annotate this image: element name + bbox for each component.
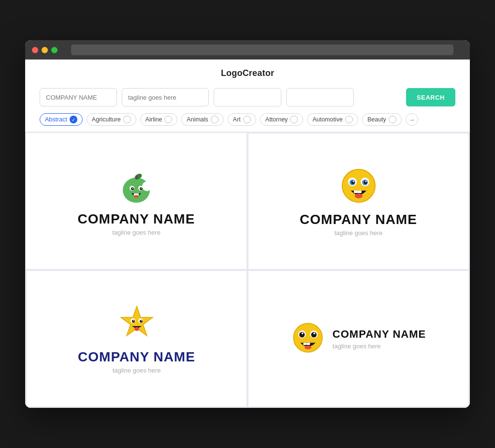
svg-point-22 — [365, 180, 366, 182]
logo-2-tagline: tagline goes here — [335, 229, 383, 237]
logo-4-text-group: COMPANY NAME tagline goes here — [333, 328, 426, 350]
logo-3-company-name: COMPANY NAME — [78, 349, 195, 365]
svg-point-25 — [355, 194, 363, 198]
svg-rect-23 — [354, 191, 358, 193]
svg-marker-26 — [121, 306, 153, 336]
filter-airline-check — [164, 116, 172, 123]
svg-rect-3 — [136, 176, 137, 179]
filter-attorney[interactable]: Attorney — [260, 113, 304, 126]
emoji-face-icon — [339, 166, 378, 205]
extra-input-1[interactable] — [214, 88, 281, 106]
tagline-input[interactable] — [122, 88, 209, 106]
filter-agriculture-label: Agriculture — [92, 116, 121, 123]
logo-card-2[interactable]: COMPANY NAME tagline goes here — [248, 134, 468, 269]
svg-point-7 — [140, 187, 143, 190]
filter-attorney-label: Attorney — [265, 116, 288, 123]
filter-next-arrow[interactable]: → — [406, 113, 418, 126]
filter-agriculture-check — [123, 116, 131, 123]
star-logo-icon — [117, 304, 156, 343]
svg-point-40 — [302, 333, 304, 335]
svg-point-41 — [313, 333, 315, 335]
filter-beauty[interactable]: Beauty — [362, 113, 402, 126]
minimize-button[interactable] — [42, 47, 48, 53]
svg-point-21 — [352, 180, 354, 182]
url-bar — [71, 45, 453, 55]
filter-beauty-check — [389, 116, 396, 123]
logo-1-tagline: tagline goes here — [112, 229, 160, 236]
logo-1-company-name: COMPANY NAME — [78, 211, 195, 227]
fullscreen-button[interactable] — [51, 47, 58, 53]
filter-airline-label: Airline — [146, 116, 162, 123]
traffic-lights — [32, 47, 58, 53]
svg-rect-24 — [358, 191, 362, 193]
filter-automotive-label: Automotive — [312, 116, 343, 123]
search-bar: SEARCH — [25, 83, 470, 113]
svg-point-8 — [132, 188, 133, 189]
filter-animals-check — [211, 116, 218, 123]
logo-3-tagline: tagline goes here — [113, 367, 161, 374]
filter-automotive-check — [345, 116, 353, 123]
svg-point-44 — [305, 345, 311, 349]
filter-abstract-check: ✓ — [70, 116, 77, 123]
svg-point-32 — [141, 320, 142, 321]
filter-attorney-check — [290, 116, 298, 123]
logo-4-company-name: COMPANY NAME — [333, 328, 426, 341]
svg-point-30 — [140, 320, 143, 323]
logo-card-1[interactable]: COMPANY NAME tagline goes here — [26, 133, 247, 269]
svg-point-29 — [132, 320, 135, 323]
title-bar — [25, 40, 470, 60]
filter-beauty-label: Beauty — [367, 116, 386, 123]
filter-airline[interactable]: Airline — [140, 113, 178, 126]
filter-agriculture[interactable]: Agriculture — [87, 113, 136, 126]
logo-4-tagline: tagline goes here — [333, 343, 426, 350]
extra-input-2[interactable] — [286, 88, 354, 106]
company-name-input[interactable] — [40, 88, 117, 106]
filter-art-check — [243, 116, 251, 123]
app-title: LogoCreator — [25, 60, 470, 83]
svg-rect-43 — [306, 343, 310, 345]
logo-card-4[interactable]: COMPANY NAME tagline goes here — [248, 271, 468, 406]
apple-logo-icon — [117, 166, 156, 205]
filter-animals-label: Animals — [187, 116, 208, 123]
filter-automotive[interactable]: Automotive — [307, 113, 358, 126]
search-button[interactable]: SEARCH — [406, 88, 455, 106]
svg-point-33 — [134, 327, 139, 331]
grid-inner: COMPANY NAME tagline goes here — [26, 133, 469, 407]
logo-grid: COMPANY NAME tagline goes here — [25, 132, 470, 408]
filter-art-label: Art — [233, 116, 241, 123]
svg-rect-42 — [303, 343, 306, 345]
filter-animals[interactable]: Animals — [181, 113, 223, 126]
mac-window: LogoCreator SEARCH Abstract ✓ Agricultur… — [25, 40, 470, 408]
filter-art[interactable]: Art — [228, 113, 256, 126]
filter-bar: Abstract ✓ Agriculture Airline Animals A… — [25, 113, 470, 132]
logo-card-3[interactable]: COMPANY NAME tagline goes here — [27, 271, 247, 406]
svg-point-9 — [141, 188, 142, 189]
app-content: LogoCreator SEARCH Abstract ✓ Agricultur… — [25, 60, 470, 408]
logo-4-icon — [291, 321, 325, 357]
filter-abstract[interactable]: Abstract ✓ — [40, 113, 83, 126]
logo-2-company-name: COMPANY NAME — [300, 212, 417, 227]
svg-point-31 — [133, 320, 134, 321]
svg-point-12 — [134, 195, 139, 198]
svg-point-1 — [142, 181, 152, 191]
close-button[interactable] — [32, 47, 38, 53]
svg-point-6 — [131, 187, 134, 190]
filter-abstract-label: Abstract — [45, 116, 67, 123]
